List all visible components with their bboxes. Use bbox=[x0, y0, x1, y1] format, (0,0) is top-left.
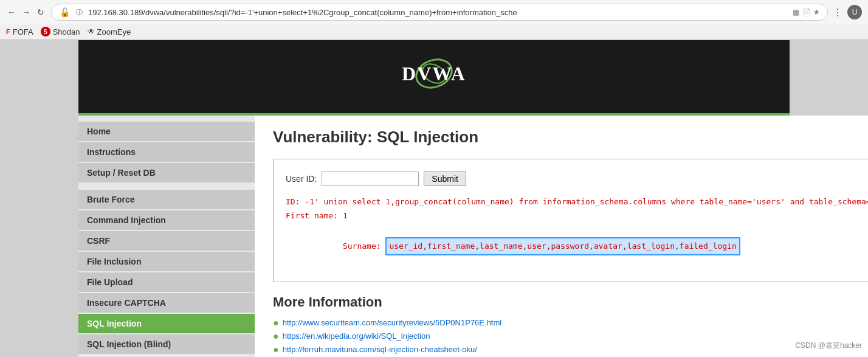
surname-label: Surname: bbox=[343, 241, 385, 251]
bookmark-icon[interactable]: 📄 bbox=[802, 8, 811, 16]
dvwa-logo: DVWA bbox=[379, 52, 489, 101]
page-title: Vulnerability: SQL Injection bbox=[273, 128, 868, 147]
csdn-watermark: CSDN @君莫hacker bbox=[795, 341, 862, 351]
main-container: Home Instructions Setup / Reset DB Brute… bbox=[78, 116, 790, 357]
info-icon: ⓘ bbox=[74, 7, 84, 18]
extensions-icon[interactable]: ⋮ bbox=[833, 7, 842, 18]
bookmarks-bar: F FOFA S Shodan 👁 ZoomEye bbox=[0, 24, 868, 40]
sidebar-item-file-upload[interactable]: File Upload bbox=[78, 272, 255, 292]
back-icon[interactable]: ← bbox=[6, 7, 17, 18]
browser-toolbar: ← → ↻ 🔓 ⓘ 192.168.30.189/dvwa/vulnerabil… bbox=[0, 0, 868, 24]
more-info-link-3[interactable]: http://ferruh.mavituna.com/sql-injection… bbox=[283, 345, 477, 354]
browser-chrome: ← → ↻ 🔓 ⓘ 192.168.30.189/dvwa/vulnerabil… bbox=[0, 0, 868, 40]
bookmark-zoomeye-label: ZoomEye bbox=[97, 27, 131, 36]
sidebar-item-insecure-captcha[interactable]: Insecure CAPTCHA bbox=[78, 293, 255, 313]
shodan-icon: S bbox=[41, 27, 50, 36]
dvwa-logo-svg: DVWA bbox=[379, 52, 489, 95]
user-id-label: User ID: bbox=[286, 174, 317, 184]
zoomeye-icon: 👁 bbox=[88, 27, 95, 36]
fofa-icon: F bbox=[6, 28, 10, 35]
result-id-line: ID: -1' union select 1,group_concat(colu… bbox=[286, 195, 868, 209]
bullet-icon: ● bbox=[273, 331, 279, 342]
more-info-link-1[interactable]: http://www.securiteam.com/securityreview… bbox=[283, 318, 502, 327]
bookmark-shodan-label: Shodan bbox=[53, 27, 80, 36]
sidebar-item-setup-reset-db[interactable]: Setup / Reset DB bbox=[78, 163, 255, 182]
page-wrapper: DVWA Home Instructions Setup / Reset DB … bbox=[0, 40, 868, 357]
addressbar-action-icons: ▦ 📄 ★ bbox=[793, 8, 820, 16]
svg-text:DVWA: DVWA bbox=[402, 63, 466, 85]
result-surname-line: Surname: user_id,first_name,last_name,us… bbox=[286, 223, 868, 269]
address-bar[interactable]: 🔓 ⓘ 192.168.30.189/dvwa/vulnerabilities/… bbox=[51, 4, 828, 21]
dvwa-header: DVWA bbox=[78, 40, 790, 116]
form-row: User ID: Submit bbox=[286, 172, 868, 186]
sidebar-separator bbox=[78, 185, 255, 190]
content-area: Vulnerability: SQL Injection User ID: Su… bbox=[255, 116, 868, 357]
sidebar-item-brute-force[interactable]: Brute Force bbox=[78, 190, 255, 209]
browser-right-icons: ⋮ U bbox=[833, 5, 862, 19]
bookmark-shodan[interactable]: S Shodan bbox=[41, 27, 80, 36]
list-item: ● https://en.wikipedia.org/wiki/SQL_inje… bbox=[273, 331, 868, 342]
sidebar-item-csrf[interactable]: CSRF bbox=[78, 231, 255, 251]
submit-button[interactable]: Submit bbox=[424, 172, 466, 186]
sidebar-group-top: Home Instructions Setup / Reset DB bbox=[78, 122, 255, 182]
injection-box: User ID: Submit ID: -1' union select 1,g… bbox=[273, 159, 868, 282]
bullet-icon: ● bbox=[273, 344, 279, 355]
sidebar-item-instructions[interactable]: Instructions bbox=[78, 142, 255, 162]
sidebar-item-command-injection[interactable]: Command Injection bbox=[78, 210, 255, 230]
sidebar-item-file-inclusion[interactable]: File Inclusion bbox=[78, 252, 255, 271]
refresh-icon[interactable]: ↻ bbox=[35, 7, 46, 18]
sidebar-group-bottom: Brute Force Command Injection CSRF File … bbox=[78, 190, 255, 354]
user-id-input[interactable] bbox=[322, 172, 419, 186]
forward-icon[interactable]: → bbox=[21, 7, 32, 18]
sidebar-item-sql-injection[interactable]: SQL Injection bbox=[78, 314, 255, 333]
more-info-title: More Information bbox=[273, 294, 868, 310]
surname-value: user_id,first_name,last_name,user,passwo… bbox=[385, 237, 740, 255]
url-text: 192.168.30.189/dvwa/vulnerabilities/sqli… bbox=[88, 8, 789, 17]
bookmark-fofa-label: FOFA bbox=[13, 27, 33, 36]
bullet-icon: ● bbox=[273, 317, 279, 328]
list-item: ● http://www.securiteam.com/securityrevi… bbox=[273, 317, 868, 328]
more-info-link-2[interactable]: https://en.wikipedia.org/wiki/SQL_inject… bbox=[283, 331, 430, 341]
result-firstname-line: First name: 1 bbox=[286, 209, 868, 223]
sidebar-item-sql-injection-blind[interactable]: SQL Injection (Blind) bbox=[78, 334, 255, 354]
lock-icon: 🔓 bbox=[59, 7, 70, 18]
qr-icon[interactable]: ▦ bbox=[793, 8, 799, 16]
browser-nav-icons: ← → ↻ bbox=[6, 7, 46, 18]
more-info-list: ● http://www.securiteam.com/securityrevi… bbox=[273, 317, 868, 357]
star-icon[interactable]: ★ bbox=[813, 8, 820, 16]
sidebar-item-home[interactable]: Home bbox=[78, 122, 255, 141]
sidebar: Home Instructions Setup / Reset DB Brute… bbox=[78, 116, 255, 357]
bookmark-zoomeye[interactable]: 👁 ZoomEye bbox=[88, 27, 131, 36]
list-item: ● http://ferruh.mavituna.com/sql-injecti… bbox=[273, 344, 868, 355]
profile-icon[interactable]: U bbox=[847, 5, 862, 19]
bookmark-fofa[interactable]: F FOFA bbox=[6, 27, 33, 36]
result-output: ID: -1' union select 1,group_concat(colu… bbox=[286, 195, 868, 269]
